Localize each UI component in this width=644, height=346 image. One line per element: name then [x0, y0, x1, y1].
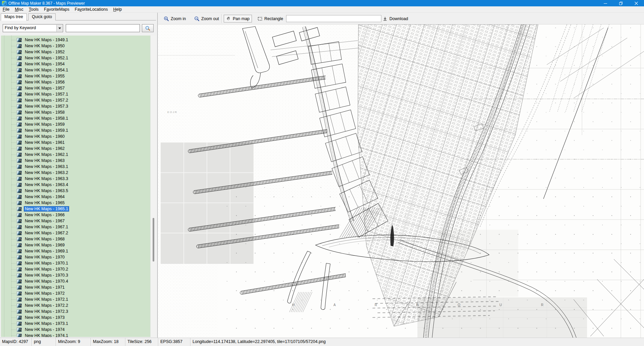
- map-toolbar: Zoom in Zoom out Pan map Rectangle: [158, 13, 644, 24]
- tree-item[interactable]: New HK Maps - 1970.2: [1, 266, 150, 272]
- tree-item[interactable]: New HK Maps - 1960: [1, 133, 150, 139]
- tree-item[interactable]: New HK Maps - 1959: [1, 121, 150, 127]
- map-viewport[interactable]: H A R B O U R E O J R: [158, 24, 644, 338]
- tree-item[interactable]: New HK Maps - 1966: [1, 212, 150, 218]
- tree-item[interactable]: New HK Maps - 1974.1: [1, 333, 150, 337]
- map-thumbnail-icon: [17, 56, 22, 60]
- menu-item[interactable]: Misc: [12, 6, 26, 13]
- tab-quick-goto[interactable]: Quick goto: [28, 13, 56, 20]
- menu-item[interactable]: Help: [110, 6, 124, 13]
- tree-item[interactable]: New HK Maps - 1957.1: [1, 91, 150, 97]
- restore-button[interactable]: [613, 0, 629, 6]
- menu-item[interactable]: FavoriteMaps: [41, 6, 72, 13]
- search-input[interactable]: [66, 24, 140, 32]
- map-thumbnail-icon: [17, 98, 22, 103]
- tree-item[interactable]: New HK Maps - 1970: [1, 254, 150, 260]
- tree-item[interactable]: New HK Maps - 1972: [1, 290, 150, 296]
- tree-item[interactable]: New HK Maps - 1972.2: [1, 302, 150, 308]
- tree-item[interactable]: New HK Maps - 1954.1: [1, 67, 150, 73]
- tree-item[interactable]: New HK Maps - 1967.1: [1, 224, 150, 230]
- maps-tree-list: New HK Maps - 1949.1 New HK Maps - 1950 …: [1, 36, 150, 337]
- restore-icon: [619, 2, 623, 5]
- tree-item[interactable]: New HK Maps - 1957: [1, 85, 150, 91]
- tree-item[interactable]: New HK Maps - 1963.3: [1, 176, 150, 182]
- tree-item[interactable]: New HK Maps - 1957.2: [1, 97, 150, 103]
- tree-scrollbar-thumb[interactable]: [153, 218, 154, 262]
- tree-item-label: New HK Maps - 1974: [24, 327, 66, 332]
- tree-item[interactable]: New HK Maps - 1964: [1, 194, 150, 200]
- tree-item[interactable]: New HK Maps - 1959.1: [1, 127, 150, 133]
- tree-item-label: New HK Maps - 1967.1: [24, 224, 69, 230]
- map-thumbnail-icon: [17, 189, 22, 193]
- tree-item[interactable]: New HK Maps - 1962: [1, 146, 150, 152]
- status-format: png: [32, 338, 56, 346]
- zoom-out-button[interactable]: Zoom out: [192, 15, 221, 22]
- search-button[interactable]: [142, 24, 154, 32]
- zoom-in-button[interactable]: Zoom in: [161, 15, 188, 22]
- map-thumbnail-icon: [17, 303, 22, 308]
- tree-item[interactable]: New HK Maps - 1952.1: [1, 55, 150, 61]
- tree-item-label: New HK Maps - 1970.2: [24, 267, 69, 272]
- search-mode-dropdown[interactable]: Find by Keyword: [3, 24, 63, 32]
- tree-item[interactable]: New HK Maps - 1967: [1, 218, 150, 224]
- menu-item[interactable]: Tools: [26, 6, 41, 13]
- chevron-down-icon[interactable]: [56, 25, 62, 32]
- tree-item[interactable]: New HK Maps - 1963.1: [1, 164, 150, 170]
- tree-item-label: New HK Maps - 1952: [24, 49, 66, 55]
- tree-item[interactable]: New HK Maps - 1973.1: [1, 321, 150, 327]
- tree-item-label: New HK Maps - 1969.1: [24, 248, 69, 254]
- tree-item[interactable]: New HK Maps - 1961: [1, 139, 150, 146]
- map-panel: Zoom in Zoom out Pan map Rectangle: [158, 13, 644, 338]
- tree-item[interactable]: New HK Maps - 1970.4: [1, 278, 150, 284]
- menu-item[interactable]: FavoriteLocations: [72, 6, 111, 13]
- map-thumbnail-icon: [17, 328, 22, 332]
- tree-item[interactable]: New HK Maps - 1952: [1, 49, 150, 55]
- tree-item[interactable]: New HK Maps - 1955: [1, 73, 150, 79]
- tree-item[interactable]: New HK Maps - 1973: [1, 314, 150, 321]
- tree-item[interactable]: New HK Maps - 1965.1: [1, 206, 150, 212]
- tree-item[interactable]: New HK Maps - 1970.1: [1, 260, 150, 266]
- map-thumbnail-icon: [17, 128, 22, 133]
- tree-item[interactable]: New HK Maps - 1963.5: [1, 188, 150, 194]
- tree-item[interactable]: New HK Maps - 1967.2: [1, 230, 150, 236]
- tree-item[interactable]: New HK Maps - 1958: [1, 109, 150, 115]
- tree-item-label: New HK Maps - 1974.1: [24, 333, 69, 337]
- tree-item[interactable]: New HK Maps - 1950: [1, 43, 150, 49]
- tree-item[interactable]: New HK Maps - 1971: [1, 284, 150, 290]
- tree-item[interactable]: New HK Maps - 1957.3: [1, 103, 150, 109]
- tree-item[interactable]: New HK Maps - 1963.2: [1, 170, 150, 176]
- tab-maps-tree[interactable]: Maps tree: [1, 13, 27, 21]
- pan-map-label: Pan map: [233, 16, 250, 21]
- tree-item[interactable]: New HK Maps - 1958.1: [1, 115, 150, 121]
- tree-item[interactable]: New HK Maps - 1969.1: [1, 248, 150, 254]
- tree-item[interactable]: New HK Maps - 1954: [1, 61, 150, 67]
- tree-item[interactable]: New HK Maps - 1972.1: [1, 296, 150, 302]
- menu-item[interactable]: File: [0, 6, 12, 13]
- download-label: Download: [389, 16, 408, 21]
- download-button[interactable]: Download: [380, 15, 411, 22]
- minimize-button[interactable]: [598, 0, 613, 6]
- pan-map-button[interactable]: Pan map: [224, 15, 252, 22]
- map-thumbnail-icon: [17, 237, 22, 241]
- tree-item[interactable]: New HK Maps - 1956: [1, 79, 150, 85]
- tree-item[interactable]: New HK Maps - 1969: [1, 242, 150, 248]
- rectangle-label: Rectangle: [264, 16, 283, 21]
- tree-item[interactable]: New HK Maps - 1949.1: [1, 37, 150, 43]
- tree-item[interactable]: New HK Maps - 1963.4: [1, 182, 150, 188]
- tree-item-label: New HK Maps - 1959.1: [24, 128, 69, 133]
- tree-item[interactable]: New HK Maps - 1962.1: [1, 152, 150, 158]
- tree-scrollbar[interactable]: [150, 36, 156, 337]
- tree-item-label: New HK Maps - 1949.1: [24, 37, 69, 43]
- tree-item[interactable]: New HK Maps - 1963: [1, 158, 150, 164]
- tree-item[interactable]: New HK Maps - 1970.3: [1, 272, 150, 278]
- tree-item[interactable]: New HK Maps - 1974: [1, 327, 150, 333]
- tree-item-label: New HK Maps - 1963.2: [24, 170, 69, 175]
- tree-item[interactable]: New HK Maps - 1972.3: [1, 308, 150, 314]
- rectangle-button[interactable]: Rectangle: [255, 15, 285, 22]
- map-canvas[interactable]: H A R B O U R E O J R: [158, 24, 644, 338]
- tree-item[interactable]: New HK Maps - 1968: [1, 236, 150, 242]
- zoom-out-icon: [194, 16, 200, 21]
- address-input[interactable]: [286, 15, 381, 22]
- tree-item[interactable]: New HK Maps - 1965: [1, 200, 150, 206]
- close-button[interactable]: [629, 0, 644, 6]
